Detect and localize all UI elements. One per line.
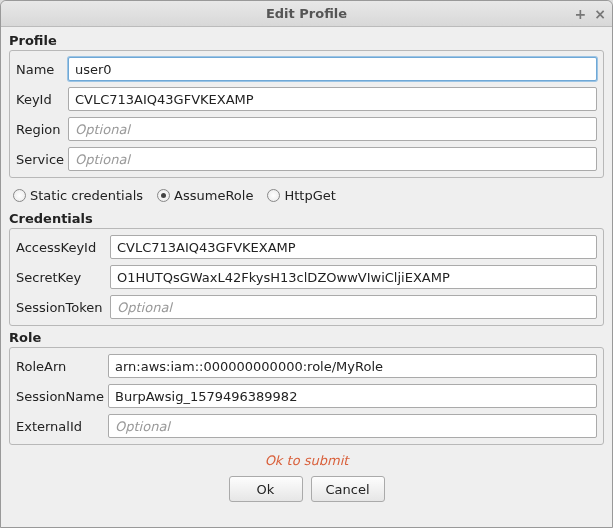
status-message: Ok to submit [9, 447, 604, 470]
name-input[interactable] [68, 57, 597, 81]
access-key-id-label: AccessKeyId [16, 240, 106, 255]
radio-label: Static credentials [30, 188, 143, 203]
window-title: Edit Profile [266, 6, 347, 21]
radio-icon [267, 189, 280, 202]
role-arn-label: RoleArn [16, 359, 104, 374]
radio-icon [157, 189, 170, 202]
keyid-input[interactable] [68, 87, 597, 111]
credentials-header: Credentials [9, 209, 604, 226]
close-icon[interactable]: × [594, 6, 606, 22]
dialog-buttons: Ok Cancel [9, 472, 604, 504]
region-label: Region [16, 122, 64, 137]
role-header: Role [9, 328, 604, 345]
radio-label: AssumeRole [174, 188, 253, 203]
plus-icon[interactable]: + [575, 6, 587, 22]
keyid-label: KeyId [16, 92, 64, 107]
profile-header: Profile [9, 31, 604, 48]
radio-http-get[interactable]: HttpGet [267, 188, 335, 203]
access-key-id-input[interactable] [110, 235, 597, 259]
session-name-label: SessionName [16, 389, 104, 404]
external-id-input[interactable] [108, 414, 597, 438]
region-input[interactable] [68, 117, 597, 141]
credentials-section: AccessKeyId SecretKey SessionToken [9, 228, 604, 326]
profile-section: Name KeyId Region Service [9, 50, 604, 178]
role-arn-input[interactable] [108, 354, 597, 378]
session-name-input[interactable] [108, 384, 597, 408]
name-label: Name [16, 62, 64, 77]
radio-label: HttpGet [284, 188, 335, 203]
secret-key-label: SecretKey [16, 270, 106, 285]
cancel-button[interactable]: Cancel [311, 476, 385, 502]
radio-assume-role[interactable]: AssumeRole [157, 188, 253, 203]
edit-profile-dialog: Edit Profile + × Profile Name KeyId Regi… [0, 0, 613, 528]
credential-mode-radios: Static credentials AssumeRole HttpGet [9, 180, 604, 207]
service-input[interactable] [68, 147, 597, 171]
session-token-input[interactable] [110, 295, 597, 319]
radio-static-credentials[interactable]: Static credentials [13, 188, 143, 203]
ok-button[interactable]: Ok [229, 476, 303, 502]
titlebar: Edit Profile + × [1, 1, 612, 27]
external-id-label: ExternalId [16, 419, 104, 434]
session-token-label: SessionToken [16, 300, 106, 315]
radio-icon [13, 189, 26, 202]
secret-key-input[interactable] [110, 265, 597, 289]
role-section: RoleArn SessionName ExternalId [9, 347, 604, 445]
service-label: Service [16, 152, 64, 167]
